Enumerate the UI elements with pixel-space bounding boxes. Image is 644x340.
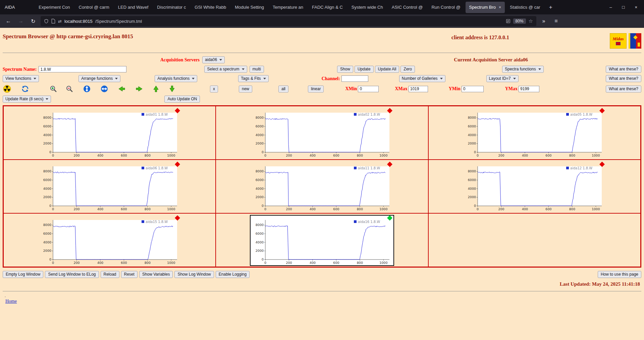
- status-diamond-icon: [599, 162, 605, 167]
- x-button[interactable]: x: [210, 86, 218, 93]
- double-arrow-vertical-icon[interactable]: [83, 84, 91, 93]
- green-arrow-left-icon[interactable]: [117, 84, 126, 93]
- status-diamond-icon: [387, 108, 392, 113]
- empty-log-window-button[interactable]: Empty Log Window: [3, 271, 43, 278]
- spectrum-plot-aida06[interactable]: 0200400600800100002000400060008000aida06…: [38, 161, 182, 212]
- spectrum-chart[interactable]: 0200400600800100002000400060008000aida02…: [250, 108, 394, 159]
- zoom-level-badge[interactable]: 80%: [513, 18, 526, 24]
- xmax-input[interactable]: [409, 86, 428, 92]
- url-bar[interactable]: ⇄ localhost:8015/Spectrum/Spectrum.tml 8…: [41, 16, 536, 26]
- all-button[interactable]: all: [278, 86, 288, 93]
- spectrum-chart[interactable]: 0200400600800100002000400060008000aida11…: [250, 161, 394, 212]
- zero-button[interactable]: Zero: [400, 66, 415, 73]
- analysis-functions-dropdown[interactable]: Analysis functions: [155, 75, 197, 82]
- reload-button[interactable]: ↻: [28, 16, 38, 26]
- page-info-icon[interactable]: [51, 19, 55, 23]
- zoom-in-magnifier-icon[interactable]: [49, 84, 58, 93]
- view-functions-dropdown[interactable]: View functions: [3, 75, 39, 82]
- spectrum-chart[interactable]: 0200400600800100002000400060008000aida05…: [462, 108, 606, 159]
- svg-text:400: 400: [310, 154, 316, 157]
- browser-tab[interactable]: Temperature an: [269, 2, 307, 13]
- new-tab-button[interactable]: +: [546, 3, 555, 12]
- refresh-arrows-icon[interactable]: [21, 84, 30, 93]
- zoom-out-magnifier-icon[interactable]: [65, 84, 74, 93]
- browser-tab[interactable]: Experiment Con: [35, 2, 73, 13]
- green-arrow-right-icon[interactable]: [135, 84, 144, 93]
- spectrum-plot-aida01[interactable]: 0200400600800100002000400060008000aida01…: [38, 108, 182, 159]
- tab-close-icon[interactable]: ×: [499, 5, 501, 10]
- reader-mode-icon[interactable]: [506, 19, 511, 23]
- auto-update-button[interactable]: Auto Update ON: [164, 96, 200, 103]
- back-button[interactable]: ←: [3, 16, 13, 26]
- double-arrow-horizontal-icon[interactable]: [100, 84, 109, 93]
- tags-fits-dropdown[interactable]: Tags & Fits: [238, 75, 268, 82]
- spectrum-plot-aida11[interactable]: 0200400600800100002000400060008000aida11…: [250, 161, 394, 212]
- radiation-icon[interactable]: [3, 84, 11, 93]
- shield-icon[interactable]: [44, 19, 49, 24]
- browser-tab[interactable]: ASIC Control @: [388, 2, 427, 13]
- browser-tab[interactable]: FADC Align & C: [308, 2, 346, 13]
- channel-input[interactable]: [341, 75, 368, 82]
- update-button[interactable]: Update: [355, 66, 374, 73]
- spectrum-chart[interactable]: 0200400600800100002000400060008000aida12…: [462, 161, 606, 212]
- gallery-cell: 0200400600800100002000400060008000aida16…: [216, 213, 428, 267]
- spectrum-plot-aida02[interactable]: 0200400600800100002000400060008000aida02…: [250, 108, 394, 159]
- spectra-functions-dropdown[interactable]: Spectra functions: [502, 66, 544, 73]
- update-all-button[interactable]: Update All: [375, 66, 399, 73]
- minimize-button[interactable]: –: [609, 5, 612, 10]
- spectrum-plot-aida12[interactable]: 0200400600800100002000400060008000aida12…: [462, 161, 606, 212]
- reset-button[interactable]: Reset: [121, 271, 138, 278]
- browser-tab[interactable]: LED and Wavef: [114, 2, 152, 13]
- overflow-chevrons-icon[interactable]: »: [539, 16, 549, 26]
- send-log-to-elog-button[interactable]: Send Log Window to ELog: [45, 271, 99, 278]
- status-diamond-icon: [175, 108, 180, 113]
- layout-id-dropdown[interactable]: Layout ID=7: [486, 75, 519, 82]
- green-arrow-down-icon[interactable]: [168, 84, 176, 93]
- what-are-these-button-3[interactable]: What are these?: [606, 86, 641, 93]
- xmin-input[interactable]: [358, 86, 379, 92]
- home-link[interactable]: Home: [5, 299, 17, 304]
- number-of-galleries-dropdown[interactable]: Number of Galleries: [399, 75, 445, 82]
- spectrum-chart[interactable]: 0200400600800100002000400060008000aida16…: [250, 215, 394, 266]
- browser-tab[interactable]: GSI White Rabb: [191, 2, 230, 13]
- acquisition-server-select[interactable]: aida06: [202, 56, 225, 63]
- green-arrow-up-icon[interactable]: [152, 84, 160, 93]
- reload-page-button[interactable]: Reload: [101, 271, 119, 278]
- browser-tab[interactable]: Module Setting: [231, 2, 268, 13]
- spectrum-plot-aida15[interactable]: 0200400600800100002000400060008000aida15…: [38, 215, 182, 266]
- show-button[interactable]: Show: [337, 66, 353, 73]
- close-button[interactable]: ×: [635, 5, 637, 10]
- linear-button[interactable]: linear: [308, 86, 324, 93]
- arrange-functions-dropdown[interactable]: Arrange functions: [78, 75, 120, 82]
- browser-tab[interactable]: Control @ carm: [75, 2, 113, 13]
- spectrum-name-input[interactable]: [39, 66, 126, 72]
- ymin-input[interactable]: [462, 86, 484, 92]
- show-log-window-button[interactable]: Show Log Window: [174, 271, 214, 278]
- browser-tab-bar: AIDA Experiment ConControl @ carmLED and…: [0, 0, 644, 14]
- multi-button[interactable]: multi: [250, 66, 264, 73]
- spectrum-chart[interactable]: 0200400600800100002000400060008000aida06…: [38, 161, 182, 212]
- update-rate-dropdown[interactable]: Update Rate (8 secs): [3, 96, 51, 103]
- how-to-use-button[interactable]: How to use this page: [598, 271, 641, 278]
- svg-text:600: 600: [333, 154, 339, 157]
- menu-hamburger-icon[interactable]: ≡: [551, 16, 561, 26]
- enable-logging-button[interactable]: Enable Logging: [216, 271, 250, 278]
- browser-tab[interactable]: Spectrum Bro×: [466, 2, 505, 13]
- maximize-button[interactable]: □: [622, 5, 625, 10]
- spectrum-chart[interactable]: 0200400600800100002000400060008000aida15…: [38, 215, 182, 266]
- new-button[interactable]: new: [239, 86, 252, 93]
- browser-tab[interactable]: Statistics @ car: [506, 2, 544, 13]
- select-spectrum-dropdown[interactable]: Select a spectrum: [204, 66, 247, 73]
- forward-button[interactable]: →: [16, 16, 26, 26]
- spectrum-plot-aida05[interactable]: 0200400600800100002000400060008000aida05…: [462, 108, 606, 159]
- spectrum-chart[interactable]: 0200400600800100002000400060008000aida01…: [38, 108, 182, 159]
- browser-tab[interactable]: Discriminator c: [153, 2, 190, 13]
- browser-tab[interactable]: Run Control @: [428, 2, 464, 13]
- ymax-input[interactable]: [519, 86, 539, 92]
- show-variables-button[interactable]: Show Variables: [139, 271, 173, 278]
- browser-tab[interactable]: System wide Ch: [348, 2, 387, 13]
- what-are-these-button-1[interactable]: What are these?: [606, 66, 641, 73]
- what-are-these-button-2[interactable]: What are these?: [606, 75, 641, 82]
- spectrum-plot-aida16[interactable]: 0200400600800100002000400060008000aida16…: [250, 215, 394, 266]
- bookmark-star-icon[interactable]: ☆: [529, 18, 533, 24]
